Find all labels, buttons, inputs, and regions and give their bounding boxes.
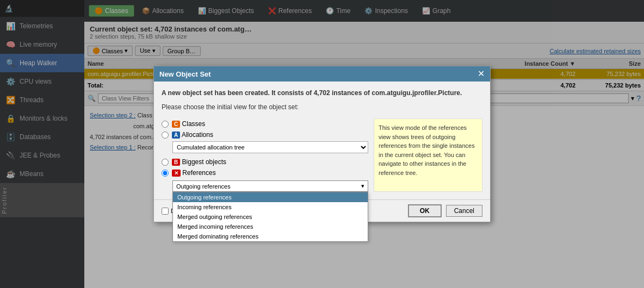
cancel-button[interactable]: Cancel [446, 205, 482, 217]
references-dropdown[interactable]: Outgoing references ▾ Outgoing reference… [172, 180, 368, 192]
dropdown-item-merged-dominating[interactable]: Merged dominating references [173, 231, 368, 241]
dropdown-trigger[interactable]: Outgoing references ▾ [172, 180, 368, 192]
dropdown-item-outgoing[interactable]: Outgoing references [173, 192, 368, 202]
dialog-tooltip-panel: This view mode of the references view sh… [374, 118, 482, 192]
option-references-label: References [182, 169, 215, 177]
dialog-tooltip-text: This view mode of the references view sh… [379, 124, 475, 176]
radio-classes[interactable] [162, 121, 169, 128]
new-object-set-dialog: New Object Set ✕ A new object set has be… [153, 66, 491, 222]
references-dropdown-container: Outgoing references ▾ Outgoing reference… [172, 180, 368, 192]
ok-button[interactable]: OK [408, 204, 442, 217]
dialog-body: A new object set has been created. It co… [154, 82, 490, 199]
option-classes[interactable]: C Classes [162, 118, 368, 129]
allocations-suboption: Cumulated allocation tree [172, 141, 368, 153]
allocations-badge: A [172, 132, 180, 139]
dropdown-list: Outgoing references Incoming references … [172, 192, 368, 242]
radio-references[interactable] [162, 170, 169, 177]
classes-badge: C [172, 121, 180, 128]
option-biggest-objects[interactable]: B Biggest objects [162, 156, 368, 167]
label-classes: C Classes [172, 120, 205, 128]
option-biggest-objects-label: Biggest objects [182, 158, 226, 166]
option-allocations-label: Allocations [182, 131, 213, 139]
dropdown-item-merged-incoming[interactable]: Merged incoming references [173, 222, 368, 231]
biggest-badge: B [172, 159, 180, 166]
dropdown-item-incoming[interactable]: Incoming references [173, 202, 368, 212]
radio-biggest-objects[interactable] [162, 159, 169, 166]
dialog-left-panel: C Classes A Allocations [162, 118, 368, 192]
dropdown-arrow-icon: ▾ [361, 183, 364, 190]
dialog-options: C Classes A Allocations [162, 118, 482, 192]
dialog-close-button[interactable]: ✕ [478, 70, 485, 78]
option-classes-label: Classes [182, 120, 206, 128]
dropdown-selected-value: Outgoing references [176, 183, 231, 190]
dialog-created-message: A new object set has been created. It co… [162, 89, 482, 97]
label-biggest-objects: B Biggest objects [172, 158, 226, 166]
radio-allocations[interactable] [162, 132, 169, 139]
dialog-titlebar: New Object Set ✕ [154, 66, 490, 82]
dropdown-item-merged-outgoing[interactable]: Merged outgoing references [173, 212, 368, 222]
dialog-title: New Object Set [159, 70, 211, 78]
do-not-show-checkbox[interactable] [162, 208, 169, 215]
dialog-overlay: New Object Set ✕ A new object set has be… [0, 0, 644, 288]
option-references[interactable]: ✕ References [162, 167, 368, 178]
dialog-subtitle: Please choose the initial view for the o… [162, 103, 482, 111]
allocations-suboption-select[interactable]: Cumulated allocation tree [172, 141, 368, 153]
option-allocations[interactable]: A Allocations [162, 129, 368, 140]
label-allocations: A Allocations [172, 131, 213, 139]
label-references: ✕ References [172, 169, 216, 177]
references-badge: ✕ [172, 170, 181, 177]
